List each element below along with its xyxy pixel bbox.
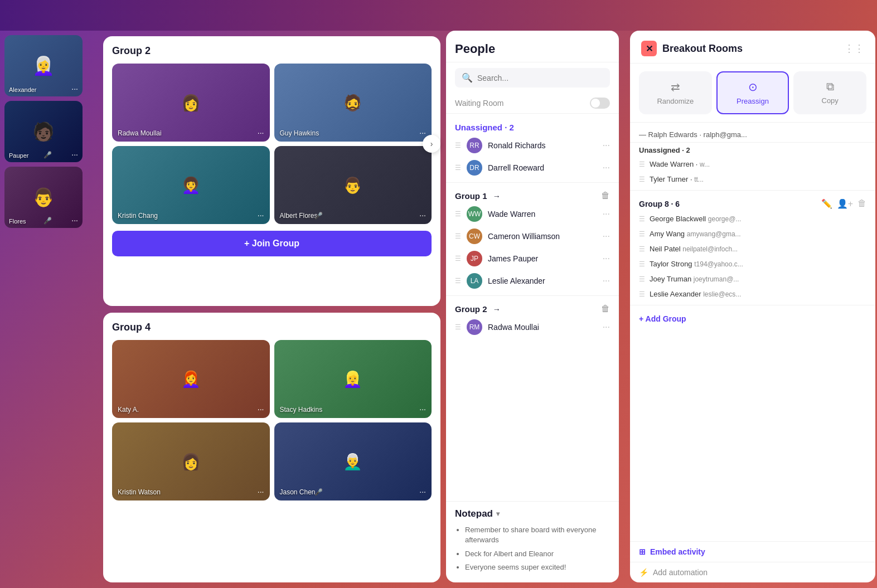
- drag-handle-leslie[interactable]: ☰: [455, 277, 461, 285]
- br-drag-taylor[interactable]: ☰: [639, 260, 645, 268]
- person-more-cameron[interactable]: ···: [603, 231, 610, 241]
- left-panel: 👩‍🦳 Alexander ··· 🧑🏿 Pauper 🎤 ··· 👨 Flor…: [0, 31, 98, 588]
- person-more-darrell[interactable]: ···: [603, 163, 610, 173]
- join-group-button[interactable]: + Join Group: [112, 231, 432, 256]
- search-input[interactable]: [477, 74, 603, 82]
- notepad-item-2: Everyone seems super excited!: [465, 562, 610, 572]
- notepad-item-0: Remember to share board with everyone af…: [465, 525, 610, 545]
- waiting-room-toggle[interactable]: [590, 98, 610, 109]
- drag-handle-radwa[interactable]: ☰: [455, 323, 461, 331]
- grid-tile-stacy: 👱‍♀️ Stacy Hadkins ···: [274, 340, 432, 418]
- add-automation-button[interactable]: ⚡ Add automation: [630, 562, 875, 582]
- br-amy-row: ☰ Amy Wang amywang@gma...: [630, 226, 875, 241]
- person-micoff-jason: 🎤: [314, 488, 323, 496]
- group2-people-title: Group 2 →: [455, 304, 501, 314]
- br-drag-tyler[interactable]: ☰: [639, 176, 645, 183]
- group4-title: Group 4: [112, 322, 432, 333]
- person-name-james: James Pauper: [488, 254, 597, 263]
- br-edit-icon[interactable]: ✏️: [821, 198, 832, 209]
- person-more-radwa[interactable]: ···: [603, 322, 610, 332]
- avatar-james: JP: [467, 251, 482, 266]
- br-amy-email: amywang@gma...: [687, 230, 741, 238]
- br-delete-icon[interactable]: 🗑: [857, 198, 866, 209]
- person-more-ronald[interactable]: ···: [603, 140, 610, 150]
- drag-handle-james[interactable]: ☰: [455, 255, 461, 263]
- avatar-cameron: CW: [467, 229, 482, 244]
- group2-grid: 👩 Radwa Moullai ··· 🧔 Guy Hawkins ··· 👩‍…: [112, 64, 432, 224]
- waiting-room-label: Waiting Room: [455, 99, 503, 108]
- drag-handle-cameron[interactable]: ☰: [455, 232, 461, 240]
- notepad-header[interactable]: Notepad ▾: [455, 508, 610, 519]
- drag-handle-ronald[interactable]: ☰: [455, 142, 461, 149]
- person-name-albert: Albert Flores: [280, 212, 318, 220]
- person-menu-kristinw[interactable]: ···: [258, 487, 264, 496]
- video-tile-alexander: 👩‍🦳 Alexander ···: [4, 35, 83, 96]
- br-neil-name: Neil Patel neilpatel@infoch...: [650, 245, 866, 253]
- notepad-chevron-icon: ▾: [496, 510, 500, 518]
- person-more-james[interactable]: ···: [603, 254, 610, 264]
- breakout-title-container: ✕ Breakout Rooms: [641, 41, 743, 56]
- br-drag-neil[interactable]: ☰: [639, 245, 645, 253]
- video-tile-pauper: 🧑🏿 Pauper 🎤 ···: [4, 101, 83, 162]
- person-menu-albert[interactable]: ···: [419, 211, 426, 220]
- group2-delete-icon[interactable]: 🗑: [601, 304, 610, 314]
- embed-activity-button[interactable]: ⊞ Embed activity: [630, 541, 875, 562]
- group1-section-header: Group 1 → 🗑: [446, 186, 619, 203]
- br-drag-leslie[interactable]: ☰: [639, 290, 645, 298]
- search-icon: 🔍: [462, 72, 473, 83]
- br-group8-header: Group 8 · 6 ✏️ 👤+ 🗑: [630, 194, 875, 211]
- group2-arrow-icon: →: [493, 305, 501, 314]
- grid-tile-kristin: 👩‍🦱 Kristin Chang ···: [112, 146, 270, 224]
- br-drag-wade[interactable]: ☰: [639, 161, 645, 168]
- br-neil-row: ☰ Neil Patel neilpatel@infoch...: [630, 241, 875, 256]
- drag-handle-darrell[interactable]: ☰: [455, 164, 461, 172]
- br-unassigned-title: Unassigned · 2: [639, 146, 690, 154]
- person-name-darrell: Darrell Roeward: [488, 163, 597, 172]
- drag-handle-wade[interactable]: ☰: [455, 210, 461, 218]
- tile-menu-alexander[interactable]: ···: [71, 84, 78, 93]
- breakout-panel: ✕ Breakout Rooms ⋮⋮ ⇄ Randomize ⊙ Preass…: [630, 31, 875, 582]
- search-bar: 🔍: [455, 68, 610, 88]
- br-group8-title: Group 8 · 6: [639, 200, 817, 208]
- people-header: People: [446, 31, 619, 62]
- tab-preassign[interactable]: ⊙ Preassign: [716, 71, 789, 114]
- person-menu-kristin[interactable]: ···: [258, 211, 264, 220]
- br-leslie-row: ☰ Leslie Aexander leslie@ecs...: [630, 286, 875, 302]
- avatar-darrell: DR: [467, 160, 482, 176]
- tab-randomize[interactable]: ⇄ Randomize: [639, 71, 712, 114]
- group4-panel: Group 4 👩‍🦰 Katy A. ··· 👱‍♀️ Stacy Hadki…: [103, 313, 440, 582]
- tab-copy[interactable]: ⧉ Copy: [793, 71, 866, 114]
- breakout-body: — Ralph Edwards · ralph@gma... Unassigne…: [630, 123, 875, 541]
- person-menu-katy[interactable]: ···: [258, 405, 264, 414]
- drag-dots-icon[interactable]: ⋮⋮: [844, 42, 864, 55]
- ralph-row: — Ralph Edwards · ralph@gma...: [630, 127, 875, 143]
- person-more-leslie[interactable]: ···: [603, 276, 610, 286]
- person-row-cameron: ☰ CW Cameron Williamson ···: [446, 225, 619, 247]
- tile-menu-pauper[interactable]: ···: [71, 150, 78, 159]
- group4-grid: 👩‍🦰 Katy A. ··· 👱‍♀️ Stacy Hadkins ··· 👩…: [112, 340, 432, 500]
- br-drag-george[interactable]: ☰: [639, 215, 645, 223]
- br-add-person-icon[interactable]: 👤+: [837, 198, 853, 209]
- add-group-button[interactable]: + Add Group: [630, 309, 695, 329]
- br-drag-joey[interactable]: ☰: [639, 275, 645, 283]
- person-name-wade: Wade Warren: [488, 210, 597, 218]
- person-menu-stacy[interactable]: ···: [419, 405, 426, 414]
- tile-name-pauper: Pauper: [9, 152, 28, 159]
- person-name-guy: Guy Hawkins: [280, 129, 319, 137]
- person-name-stacy: Stacy Hadkins: [280, 406, 323, 414]
- avatar-ronald: RR: [467, 138, 482, 153]
- tile-menu-flores[interactable]: ···: [71, 216, 78, 225]
- person-more-wade[interactable]: ···: [603, 209, 610, 219]
- person-menu-jason[interactable]: ···: [419, 487, 426, 496]
- person-menu-guy[interactable]: ···: [419, 128, 426, 137]
- tile-micoff-flores: 🎤: [43, 217, 52, 225]
- breakout-icon: ✕: [641, 41, 657, 56]
- br-taylor-name: Taylor Strong t194@yahoo.c...: [650, 260, 866, 268]
- br-tyler-row: ☰ Tyler Turner · tt...: [630, 172, 875, 187]
- next-group-button[interactable]: ›: [423, 135, 440, 153]
- person-menu-radwa[interactable]: ···: [258, 128, 264, 137]
- person-row-james: ☰ JP James Pauper ···: [446, 247, 619, 270]
- br-george-row: ☰ George Blackwell george@...: [630, 211, 875, 226]
- group1-delete-icon[interactable]: 🗑: [601, 191, 610, 201]
- br-drag-amy[interactable]: ☰: [639, 230, 645, 238]
